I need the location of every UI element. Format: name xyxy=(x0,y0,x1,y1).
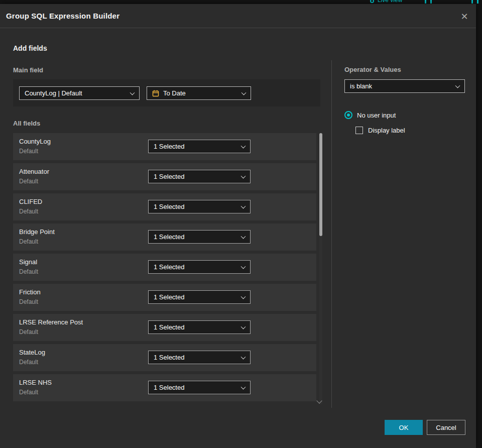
field-name: Signal xyxy=(19,258,37,266)
field-values-select-value: 1 Selected xyxy=(154,203,184,210)
live-view-toggle[interactable]: Live view xyxy=(378,0,402,4)
no-user-input-label: No user input xyxy=(357,111,396,119)
checkbox-unchecked-icon[interactable] xyxy=(355,127,363,134)
field-values-select-value: 1 Selected xyxy=(154,143,184,150)
field-subtitle: Default xyxy=(19,389,38,396)
field-row: CountyLog Default 1 Selected xyxy=(13,133,316,160)
field-name: Attenuator xyxy=(19,168,49,175)
scrollbar-thumb[interactable] xyxy=(319,133,322,236)
calendar-icon xyxy=(152,90,159,97)
scrollbar[interactable] xyxy=(319,133,322,404)
chevron-down-icon xyxy=(241,264,246,269)
field-subtitle: Default xyxy=(19,298,38,305)
pause-icon[interactable] xyxy=(425,0,426,4)
chevron-down-icon xyxy=(455,83,460,88)
field-values-select-value: 1 Selected xyxy=(154,293,184,301)
date-field-select-value: To Date xyxy=(163,89,186,97)
field-values-select-value: 1 Selected xyxy=(154,354,184,361)
all-fields-list: CountyLog Default 1 Selected Attenuator … xyxy=(13,133,316,401)
field-row: StateLog Default 1 Selected xyxy=(13,344,316,371)
main-field-select[interactable]: CountyLog | Default xyxy=(19,86,140,100)
pause-icon[interactable] xyxy=(430,0,432,4)
field-row: Bridge Point Default 1 Selected xyxy=(13,223,316,251)
field-name: LRSE Reference Post xyxy=(19,318,83,326)
operator-values-label: Operator & Values xyxy=(344,66,401,73)
add-fields-heading: Add fields xyxy=(13,44,47,52)
field-values-select[interactable]: 1 Selected xyxy=(148,260,251,274)
chevron-down-icon xyxy=(241,384,246,389)
field-subtitle: Default xyxy=(19,238,38,245)
date-field-select[interactable]: To Date xyxy=(147,86,251,100)
chevron-down-icon xyxy=(241,234,246,239)
main-field-panel: CountyLog | Default To Date xyxy=(13,79,320,106)
field-values-select[interactable]: 1 Selected xyxy=(148,140,251,153)
field-values-select[interactable]: 1 Selected xyxy=(148,290,251,304)
field-values-select[interactable]: 1 Selected xyxy=(148,230,251,244)
close-icon[interactable]: ✕ xyxy=(458,10,471,23)
field-values-select-value: 1 Selected xyxy=(154,173,184,180)
field-row: CLIFED Default 1 Selected xyxy=(13,193,316,220)
field-name: CLIFED xyxy=(19,198,42,205)
pause-icon[interactable] xyxy=(477,0,478,4)
field-values-select-value: 1 Selected xyxy=(154,384,184,391)
main-field-label: Main field xyxy=(13,66,43,74)
field-values-select[interactable]: 1 Selected xyxy=(148,351,251,364)
cancel-button[interactable]: Cancel xyxy=(427,420,465,435)
chevron-down-icon xyxy=(241,203,246,208)
operator-select[interactable]: is blank xyxy=(344,79,465,93)
field-name: CountyLog xyxy=(19,138,51,145)
field-values-select-value: 1 Selected xyxy=(154,233,184,241)
field-subtitle: Default xyxy=(19,359,38,366)
field-name: Bridge Point xyxy=(19,228,55,236)
field-values-select-value: 1 Selected xyxy=(154,263,184,271)
chevron-down-icon xyxy=(241,143,246,148)
chevron-down-icon xyxy=(242,90,247,95)
field-subtitle: Default xyxy=(19,268,38,275)
no-user-input-option[interactable]: No user input xyxy=(344,111,396,119)
field-name: LRSE NHS xyxy=(19,379,52,386)
all-fields-label: All fields xyxy=(13,120,40,127)
field-values-select[interactable]: 1 Selected xyxy=(148,170,251,183)
display-label-option[interactable]: Display label xyxy=(355,127,405,134)
chevron-down-icon xyxy=(241,324,246,329)
backdrop-toolbar: Live view xyxy=(0,0,482,4)
field-name: StateLog xyxy=(19,349,45,356)
radio-selected-icon[interactable] xyxy=(344,111,352,119)
field-row: Attenuator Default 1 Selected xyxy=(13,163,316,190)
field-values-select-value: 1 Selected xyxy=(154,323,184,331)
field-subtitle: Default xyxy=(19,328,38,335)
chevron-down-icon xyxy=(130,90,135,95)
field-row: LRSE NHS Default 1 Selected xyxy=(13,374,316,401)
field-name: Friction xyxy=(19,288,41,296)
field-values-select[interactable]: 1 Selected xyxy=(148,200,251,213)
live-view-icon[interactable] xyxy=(370,0,374,3)
field-row: Signal Default 1 Selected xyxy=(13,254,316,281)
chevron-down-icon xyxy=(241,173,246,178)
field-row: LRSE Reference Post Default 1 Selected xyxy=(13,314,316,341)
dialog-title: Group SQL Expression Builder xyxy=(6,4,119,28)
pause-icon[interactable] xyxy=(471,0,473,4)
field-subtitle: Default xyxy=(19,178,38,185)
chevron-down-icon xyxy=(241,294,246,299)
operator-select-value: is blank xyxy=(350,82,372,90)
field-subtitle: Default xyxy=(19,208,38,215)
chevron-down-icon xyxy=(241,354,246,359)
field-values-select[interactable]: 1 Selected xyxy=(148,381,251,394)
group-sql-expression-builder-dialog: Group SQL Expression Builder ✕ Add field… xyxy=(0,4,476,448)
column-divider xyxy=(331,60,332,408)
field-values-select[interactable]: 1 Selected xyxy=(148,320,251,334)
field-subtitle: Default xyxy=(19,148,38,155)
main-field-select-value: CountyLog | Default xyxy=(25,89,82,97)
dialog-header: Group SQL Expression Builder ✕ xyxy=(0,4,476,28)
ok-button[interactable]: OK xyxy=(385,420,423,435)
display-label-label: Display label xyxy=(368,127,405,134)
field-row: Friction Default 1 Selected xyxy=(13,284,316,311)
